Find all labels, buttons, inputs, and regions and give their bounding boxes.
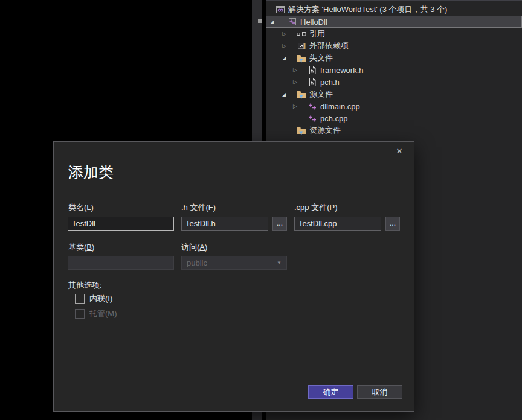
filtered-folder-icon [297, 126, 306, 135]
tree-item-label: dllmain.cpp [320, 102, 360, 111]
expander-collapsed-icon[interactable] [293, 100, 308, 112]
tree-item-label: framework.h [320, 66, 364, 75]
tree-item-label: 外部依赖项 [309, 40, 349, 51]
header-file-icon [308, 65, 317, 75]
header-file-icon [308, 77, 317, 87]
tree-item-label: 引用 [309, 28, 325, 39]
cpp-file-icon [308, 101, 317, 111]
tree-item-external-dependencies[interactable]: 外部依赖项 [266, 40, 522, 52]
h-file-label: .h 文件(F) [181, 202, 216, 213]
chevron-down-icon: ▼ [277, 260, 282, 266]
managed-checkbox-label: 托管(M) [89, 308, 117, 319]
tree-item-label: HelloDll [300, 18, 327, 27]
cpp-file-input[interactable] [294, 217, 381, 231]
managed-checkbox [75, 309, 85, 319]
managed-option-row: 托管(M) [75, 308, 117, 319]
tree-item-dllmain-cpp[interactable]: dllmain.cpp [266, 100, 522, 112]
expander-expanded-icon[interactable] [282, 52, 297, 65]
h-file-browse-button[interactable]: ... [272, 217, 287, 231]
solution-icon [276, 5, 285, 14]
close-icon[interactable]: ✕ [392, 144, 407, 159]
cancel-button[interactable]: 取消 [357, 385, 402, 399]
expander-expanded-icon[interactable] [270, 16, 288, 28]
expander-collapsed-icon[interactable] [282, 28, 297, 40]
tree-item-label: pch.cpp [320, 114, 348, 123]
tree-item-pch-cpp[interactable]: pch.cpp [266, 112, 522, 124]
expander-collapsed-icon[interactable] [293, 76, 308, 88]
dialog-title: 添加类 [68, 162, 114, 182]
cpp-project-icon [288, 17, 297, 27]
tree-item-label: 解决方案 'HelloWorldTest' (3 个项目，共 3 个) [288, 4, 447, 15]
class-name-input[interactable] [68, 217, 174, 231]
tree-item-label: 资源文件 [309, 125, 341, 136]
add-class-dialog: ✕ 添加类 类名(L) .h 文件(F) .cpp 文件(P) ... ... … [53, 141, 414, 412]
filtered-folder-icon [297, 53, 306, 63]
tree-item-solution[interactable]: 解决方案 'HelloWorldTest' (3 个项目，共 3 个) [266, 4, 522, 16]
inline-checkbox[interactable] [75, 294, 85, 304]
base-class-label: 基类(B) [68, 242, 94, 253]
tree-item-pch-h[interactable]: pch.h [266, 76, 522, 88]
tree-item-hellodll[interactable]: HelloDll [266, 16, 522, 28]
expander-collapsed-icon[interactable] [282, 40, 297, 52]
cpp-file-browse-button[interactable]: ... [385, 217, 400, 231]
expander-expanded-icon[interactable] [282, 88, 297, 101]
access-label: 访问(A) [181, 242, 207, 253]
tree-item-label: 头文件 [309, 52, 333, 63]
class-name-label: 类名(L) [68, 202, 94, 213]
tree-item-source-files-folder[interactable]: 源文件 [266, 88, 522, 100]
base-class-input[interactable] [68, 256, 174, 270]
external-dependencies-icon [297, 41, 306, 51]
tree-item-label: 源文件 [309, 89, 333, 100]
tree-item-references[interactable]: 引用 [266, 28, 522, 40]
access-dropdown[interactable]: public ▼ [181, 256, 287, 270]
access-dropdown-value: public [187, 258, 277, 267]
cpp-file-label: .cpp 文件(P) [294, 202, 338, 213]
references-icon [297, 29, 306, 39]
scrollbar-thumb[interactable] [258, 19, 262, 23]
other-options-heading: 其他选项: [68, 280, 102, 291]
ok-button[interactable]: 确定 [308, 385, 353, 399]
tree-item-label: pch.h [320, 78, 340, 87]
cpp-file-icon [308, 113, 317, 123]
inline-checkbox-label: 内联(I) [89, 293, 112, 304]
tree-item-resource-files-folder[interactable]: 资源文件 [266, 124, 522, 136]
tree-item-header-files-folder[interactable]: 头文件 [266, 52, 522, 64]
inline-option-row: 内联(I) [75, 293, 112, 304]
expander-collapsed-icon[interactable] [293, 64, 308, 76]
h-file-input[interactable] [181, 217, 268, 231]
filtered-folder-icon [297, 89, 306, 99]
tree-item-framework-h[interactable]: framework.h [266, 64, 522, 76]
